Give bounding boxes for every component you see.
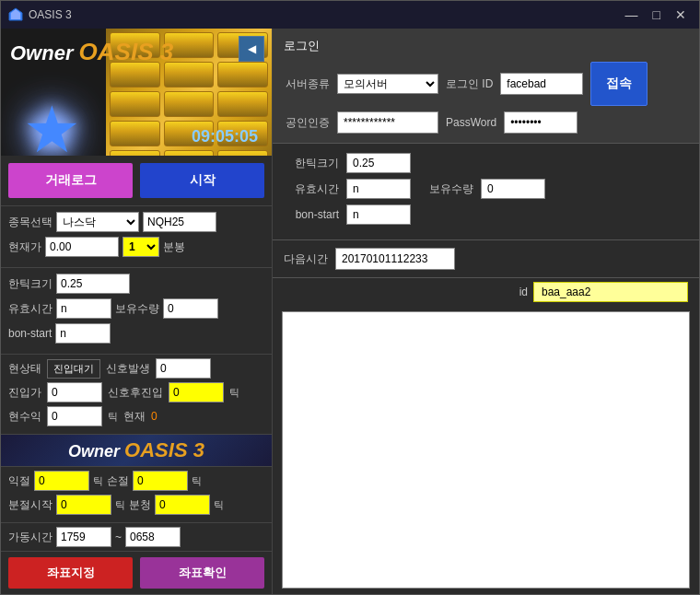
- titlebar-controls: — □ ✕: [620, 4, 692, 26]
- status-row3: 현수익 틱 현재 0: [8, 406, 264, 426]
- stock-section: 종목선택 나스닥 현재가 1 분봉: [1, 205, 272, 267]
- time-display: 09:05:05: [192, 127, 258, 146]
- titlebar: OASIS 3 — □ ✕: [1, 1, 699, 29]
- login-title: 로그인: [284, 38, 688, 54]
- action-buttons: 거래로그 시작: [1, 156, 272, 205]
- titlebar-left: OASIS 3: [8, 7, 72, 22]
- price-row: 현재가 1 분봉: [8, 237, 264, 257]
- logo-bottom-owner: Owner: [68, 442, 124, 461]
- loss-tick-label: 틱: [192, 474, 202, 488]
- status-row2: 진입가 신호후진입 틱: [8, 382, 264, 402]
- bon-start-setting-input[interactable]: [346, 204, 411, 225]
- stock-dropdown[interactable]: 나스닥: [56, 212, 139, 232]
- entry-price-input[interactable]: [47, 382, 102, 402]
- tick-size-setting-input[interactable]: [346, 153, 411, 173]
- chart-area: [282, 311, 690, 589]
- tick-size-input[interactable]: [56, 274, 130, 294]
- logo-bottom: Owner OASIS 3: [1, 434, 272, 466]
- loss-input[interactable]: [133, 471, 188, 491]
- partial-label: 분청: [129, 497, 151, 513]
- stock-code-input[interactable]: [143, 212, 216, 232]
- login-id-input[interactable]: [500, 73, 583, 95]
- connect-button[interactable]: 접속: [590, 62, 648, 106]
- pl-tick-label: 틱: [93, 474, 103, 488]
- holdings-setting-label: 보유수량: [418, 181, 473, 197]
- logo-bottom-oasis3: OASIS 3: [124, 438, 204, 461]
- logo-owner: Owner: [10, 41, 79, 64]
- current-label: 현재: [123, 409, 146, 425]
- logo-line: Owner OASIS 3: [10, 38, 173, 66]
- play-button[interactable]: [239, 36, 264, 62]
- signal-input[interactable]: [156, 358, 211, 379]
- status-value: 진입대기: [47, 359, 100, 379]
- tick-setting-row: 한틱크기: [284, 153, 688, 173]
- profit-label: 현수익: [8, 409, 41, 425]
- valid-time-setting-input[interactable]: [346, 179, 411, 199]
- tick-label2: 틱: [108, 410, 118, 424]
- nexttime-input[interactable]: [335, 248, 455, 270]
- holdings-setting-input[interactable]: [481, 179, 545, 199]
- interval-dropdown[interactable]: 1: [122, 237, 159, 257]
- status-label: 현상태: [8, 361, 41, 377]
- price-input[interactable]: [45, 237, 119, 257]
- bon-start-input[interactable]: [55, 323, 111, 344]
- ps-tick-label: 틱: [115, 498, 125, 512]
- tick-size-setting-label: 한틱크기: [284, 156, 339, 171]
- nexttime-label: 다음시간: [284, 251, 328, 267]
- profit-input[interactable]: [47, 406, 102, 426]
- password-label: PassWord: [446, 116, 496, 129]
- profit-loss-input[interactable]: [34, 471, 89, 491]
- profit-loss-label: 익절: [8, 473, 30, 489]
- holdings-input[interactable]: [163, 298, 218, 319]
- window-icon: [8, 7, 23, 22]
- entry-price-label: 진입가: [8, 385, 41, 401]
- bon-start-label: bon-start: [8, 327, 52, 340]
- partial-start-label: 분절시작: [8, 497, 52, 513]
- valid-time-label: 유효시간: [8, 301, 52, 317]
- tick-size-label: 한틱크기: [8, 276, 52, 292]
- nexttime-row: 다음시간: [273, 240, 699, 278]
- valid-time-input[interactable]: [56, 298, 111, 319]
- auth-input[interactable]: [337, 111, 438, 134]
- main-window: OASIS 3 — □ ✕ Owner OASIS 3: [0, 0, 700, 595]
- login-id-label: 로그인 ID: [446, 76, 493, 92]
- coord-check-button[interactable]: 좌표확인: [140, 557, 264, 589]
- partial-input[interactable]: [155, 495, 210, 515]
- login-section: 로그인 서버종류 모의서버 로그인 ID 접속 공인인증 PassWord: [273, 29, 699, 144]
- password-input[interactable]: [504, 111, 578, 134]
- id-input[interactable]: [533, 282, 688, 302]
- valid-time-setting-label: 유효시간: [284, 181, 339, 197]
- tick-label1: 틱: [229, 386, 239, 400]
- logo-text: Owner OASIS 3: [10, 38, 173, 66]
- signal-entry-label: 신호후진입: [108, 385, 163, 401]
- logo-area: Owner OASIS 3 ★ 09:05:05: [1, 29, 272, 156]
- stats-row2: 분절시작 틱 분청 틱: [8, 495, 264, 515]
- time-start-input[interactable]: [56, 527, 111, 547]
- signal-entry-input[interactable]: [169, 382, 224, 402]
- left-panel: Owner OASIS 3 ★ 09:05:05 거래로그: [1, 29, 273, 594]
- main-content: Owner OASIS 3 ★ 09:05:05 거래로그: [1, 29, 699, 594]
- close-button[interactable]: ✕: [670, 4, 692, 26]
- p-tick-label: 틱: [214, 498, 224, 512]
- coord-set-button[interactable]: 좌표지정: [8, 557, 133, 589]
- time-row: 가동시간 ~: [8, 527, 264, 547]
- maximize-button[interactable]: □: [648, 4, 666, 26]
- server-label: 서버종류: [284, 76, 330, 92]
- bon-start-row: bon-start: [8, 323, 264, 344]
- right-panel: 로그인 서버종류 모의서버 로그인 ID 접속 공인인증 PassWord: [273, 29, 699, 594]
- current-value: 0: [151, 410, 158, 423]
- partial-start-input[interactable]: [56, 495, 111, 515]
- time-end-input[interactable]: [125, 527, 181, 547]
- star-icon: ★: [23, 92, 81, 156]
- id-label: id: [519, 286, 528, 298]
- star-container: ★: [6, 84, 98, 156]
- start-button[interactable]: 시작: [140, 163, 264, 198]
- server-dropdown[interactable]: 모의서버: [337, 74, 438, 94]
- holdings-label: 보유수량: [115, 301, 159, 317]
- stock-select-label: 종목선택: [8, 215, 52, 230]
- trade-log-button[interactable]: 거래로그: [8, 163, 133, 198]
- id-row: id: [273, 278, 699, 306]
- price-label: 현재가: [8, 239, 41, 255]
- minimize-button[interactable]: —: [620, 4, 644, 26]
- bon-setting-row: bon-start: [284, 204, 688, 225]
